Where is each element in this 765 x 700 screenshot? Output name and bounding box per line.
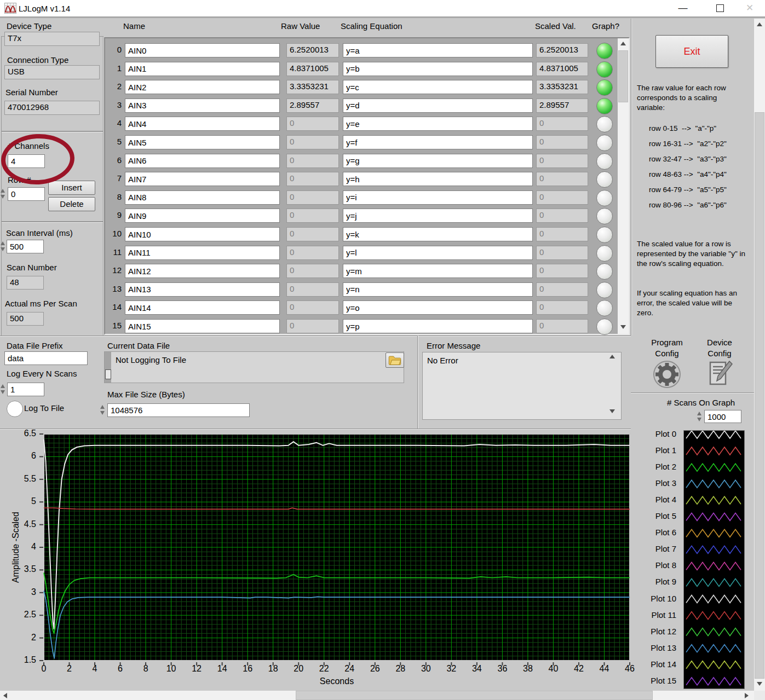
- graph-led[interactable]: [596, 300, 613, 316]
- channel-name-input[interactable]: [125, 172, 280, 186]
- legend-plot-label[interactable]: Plot 13: [630, 643, 676, 653]
- legend-waveform[interactable]: [686, 661, 741, 669]
- scaling-equation-input[interactable]: [343, 154, 533, 168]
- hscroll-left-icon[interactable]: [3, 693, 7, 698]
- legend-waveform[interactable]: [686, 678, 741, 685]
- legend-plot-label[interactable]: Plot 6: [630, 528, 676, 537]
- graph-led[interactable]: [596, 61, 613, 78]
- legend-waveform[interactable]: [686, 562, 741, 570]
- legend-plot-label[interactable]: Plot 8: [630, 560, 676, 570]
- scan-interval-input[interactable]: [7, 240, 44, 253]
- legend-plot-label[interactable]: Plot 3: [630, 478, 676, 488]
- channel-name-input[interactable]: [125, 154, 280, 168]
- legend-plot-label[interactable]: Plot 0: [630, 429, 676, 439]
- browse-folder-button[interactable]: [386, 352, 404, 368]
- legend-waveform[interactable]: [686, 612, 741, 620]
- legend-waveform[interactable]: [686, 513, 741, 520]
- scaling-equation-input[interactable]: [343, 246, 533, 260]
- vscroll-up-icon[interactable]: [757, 22, 762, 26]
- insert-button[interactable]: Insert: [48, 181, 95, 195]
- graph-led[interactable]: [596, 171, 613, 188]
- channel-name-input[interactable]: [125, 282, 280, 297]
- graph-led[interactable]: [596, 245, 613, 262]
- log-to-file-radio[interactable]: [7, 401, 23, 417]
- channel-name-input[interactable]: [125, 80, 280, 94]
- graph-led[interactable]: [596, 43, 613, 59]
- graph-led[interactable]: [596, 208, 613, 224]
- channels-input[interactable]: [8, 154, 45, 168]
- graph-led[interactable]: [596, 98, 613, 114]
- error-scroll-down-icon[interactable]: [609, 409, 615, 413]
- scaling-equation-input[interactable]: [343, 300, 533, 315]
- graph-led[interactable]: [596, 79, 613, 96]
- table-scrollbar[interactable]: [618, 38, 629, 334]
- scaling-equation-input[interactable]: [343, 117, 533, 131]
- channel-name-input[interactable]: [125, 99, 280, 113]
- delete-button[interactable]: Delete: [48, 197, 95, 211]
- legend-plot-label[interactable]: Plot 2: [630, 462, 676, 472]
- channel-name-input[interactable]: [125, 135, 280, 149]
- scaling-equation-input[interactable]: [343, 227, 533, 241]
- legend-plot-label[interactable]: Plot 15: [630, 676, 676, 686]
- channel-name-input[interactable]: [125, 62, 280, 76]
- scans-on-graph-input[interactable]: [704, 410, 741, 423]
- graph-led[interactable]: [596, 282, 613, 298]
- legend-waveform[interactable]: [686, 447, 741, 455]
- legend-waveform[interactable]: [686, 496, 741, 504]
- channel-name-input[interactable]: [125, 209, 280, 223]
- legend-plot-label[interactable]: Plot 12: [630, 627, 676, 637]
- graph-led[interactable]: [596, 135, 613, 151]
- exit-button[interactable]: Exit: [655, 35, 728, 68]
- row-number-input[interactable]: [8, 187, 45, 201]
- legend-waveform[interactable]: [686, 480, 741, 488]
- scaling-equation-input[interactable]: [343, 264, 533, 278]
- row-number-spinner[interactable]: [0, 187, 6, 200]
- graph-led[interactable]: [596, 153, 613, 170]
- legend-plot-label[interactable]: Plot 5: [630, 511, 676, 521]
- scaling-equation-input[interactable]: [343, 99, 533, 113]
- channel-name-input[interactable]: [125, 300, 280, 315]
- scaling-equation-input[interactable]: [343, 80, 533, 94]
- legend-plot-label[interactable]: Plot 4: [630, 495, 676, 505]
- maximize-button[interactable]: [708, 0, 733, 16]
- channel-name-input[interactable]: [125, 246, 280, 260]
- channel-name-input[interactable]: [125, 117, 280, 131]
- legend-waveform[interactable]: [686, 529, 741, 537]
- scaling-equation-input[interactable]: [343, 172, 533, 186]
- scaling-equation-input[interactable]: [343, 135, 533, 149]
- scans-on-graph-spinner[interactable]: [697, 410, 703, 423]
- legend-waveform[interactable]: [686, 645, 741, 652]
- graph-led[interactable]: [596, 116, 613, 132]
- table-scroll-thumb[interactable]: [618, 50, 628, 102]
- channel-name-input[interactable]: [125, 190, 280, 205]
- hscroll-thumb[interactable]: [296, 691, 653, 700]
- legend-plot-label[interactable]: Plot 7: [630, 544, 676, 554]
- legend-waveform[interactable]: [686, 578, 741, 586]
- minimize-button[interactable]: —: [670, 0, 695, 16]
- current-file-scroll-handle[interactable]: [105, 369, 111, 379]
- scaling-equation-input[interactable]: [343, 190, 533, 205]
- scaling-equation-input[interactable]: [343, 209, 533, 223]
- max-file-size-spinner[interactable]: [100, 403, 106, 416]
- max-file-size-input[interactable]: [107, 403, 250, 417]
- legend-plot-label[interactable]: Plot 1: [630, 446, 676, 455]
- legend-plot-label[interactable]: Plot 11: [630, 610, 676, 620]
- legend-waveform[interactable]: [686, 595, 741, 603]
- channel-name-input[interactable]: [125, 227, 280, 241]
- close-button[interactable]: ✕: [737, 0, 762, 16]
- scaling-equation-input[interactable]: [343, 62, 533, 76]
- table-scroll-up-icon[interactable]: [620, 42, 626, 45]
- scaling-equation-input[interactable]: [343, 282, 533, 297]
- graph-led[interactable]: [596, 263, 613, 280]
- scaling-equation-input[interactable]: [343, 43, 533, 57]
- window-hscrollbar[interactable]: [0, 691, 754, 700]
- graph-led[interactable]: [596, 227, 613, 243]
- vscroll-down-icon[interactable]: [757, 682, 762, 686]
- legend-plot-label[interactable]: Plot 9: [630, 577, 676, 587]
- device-config-button[interactable]: [706, 359, 733, 391]
- legend-waveform[interactable]: [686, 464, 741, 471]
- legend-waveform[interactable]: [686, 546, 741, 553]
- scan-interval-spinner[interactable]: [0, 240, 6, 253]
- vscroll-thumb[interactable]: [755, 112, 764, 679]
- error-scroll-up-icon[interactable]: [609, 355, 615, 358]
